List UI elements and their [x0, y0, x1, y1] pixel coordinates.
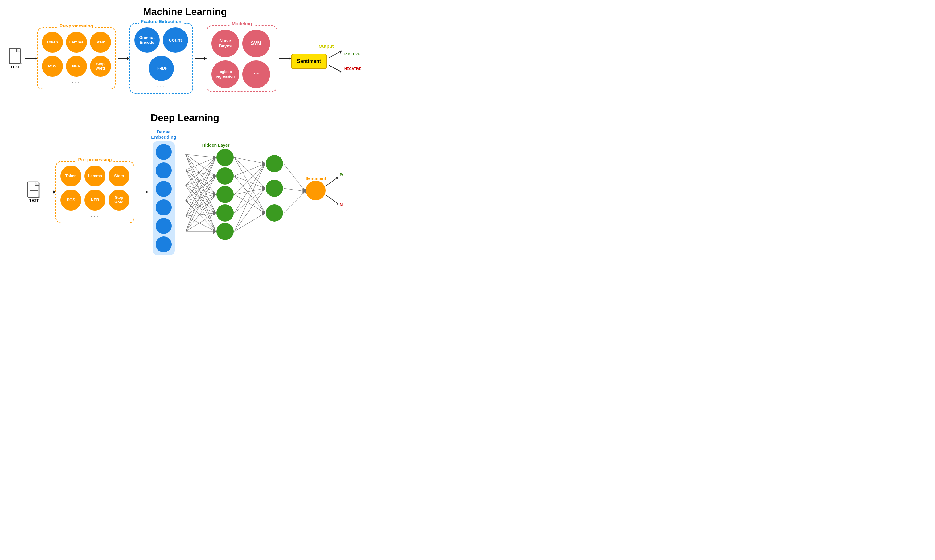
svg-line-75	[234, 157, 265, 164]
ml-section: Machine Learning TEXT	[3, 6, 367, 94]
svg-line-31	[186, 170, 216, 213]
pos-arrow-icon	[329, 49, 344, 58]
svg-line-83	[234, 176, 265, 188]
embed-circle-6	[156, 236, 172, 252]
ml-feat-dots: ···	[134, 83, 188, 90]
svg-point-115	[216, 223, 234, 240]
dl-title: Deep Learning	[3, 112, 367, 124]
positive-label: POSITIVE	[344, 52, 360, 56]
embed-circle-3	[156, 181, 172, 197]
svg-line-43	[186, 185, 216, 231]
dl-embed-col: DenseEmbedding	[151, 129, 176, 255]
document-icon	[9, 48, 22, 65]
node-stopword: Stopword	[90, 56, 111, 77]
main-container: Machine Learning TEXT	[0, 0, 370, 261]
dl-arrow-preproc-to-embed	[136, 192, 146, 192]
node-tfidf-wrap: TF-IDF	[134, 56, 188, 81]
arrow-model-to-output	[279, 58, 289, 59]
node-svm: SVM	[242, 29, 270, 57]
arrow-feat-to-model	[195, 58, 205, 59]
dl-preproc-grid: Token Lemma Stem POS NER Stopword	[60, 166, 129, 211]
ml-feature-label: Feature Extraction	[139, 19, 183, 24]
ml-feature-grid: One-hotEncode Count TF-IDF	[134, 28, 188, 81]
dl-node-ner: NER	[85, 189, 105, 211]
arrow-text-to-preproc	[25, 58, 35, 59]
positive-row: POSITIVE	[329, 49, 360, 58]
dl-doc-wrap: TEXT	[27, 181, 41, 203]
node-count: Count	[163, 28, 188, 53]
svg-line-35	[186, 157, 216, 185]
dl-arrow-text-to-preproc	[44, 192, 54, 192]
node-ner: NER	[66, 56, 87, 77]
dl-node-lemma: Lemma	[85, 166, 105, 186]
arrow-preproc-to-feat	[118, 58, 128, 59]
dl-section: Deep Learning TEXT Pre-pro	[3, 112, 367, 255]
svg-line-103	[234, 213, 265, 231]
svg-line-107	[283, 188, 305, 191]
svg-line-99	[234, 164, 265, 231]
dl-embed-label: DenseEmbedding	[151, 129, 176, 140]
sentiment-label-text: Sentiment	[305, 176, 326, 181]
svg-line-77	[234, 157, 265, 188]
dl-node-stem: Stem	[108, 166, 129, 186]
node-stem: Stem	[90, 32, 111, 53]
embed-circle-4	[156, 199, 172, 215]
ml-modeling-label: Modeling	[230, 21, 254, 26]
svg-line-109	[283, 191, 305, 213]
svg-marker-123	[336, 202, 339, 205]
node-onehot: One-hotEncode	[134, 28, 160, 53]
node-tfidf: TF-IDF	[149, 56, 174, 81]
ml-output-row: Sentiment POSITIVE	[291, 49, 362, 73]
svg-marker-100	[263, 162, 265, 166]
node-lemma: Lemma	[66, 32, 87, 53]
dl-nn-wrap: Hidden Layer Sentiment	[182, 140, 343, 243]
dl-node-stopword: Stopword	[108, 189, 129, 211]
ml-output-wrap: Output Sentiment POSITIVE	[291, 43, 362, 73]
ml-diagram: TEXT Pre-processing Token Lemma Stem POS…	[3, 23, 367, 94]
svg-line-87	[234, 164, 265, 194]
dl-embed-bg	[152, 142, 175, 255]
node-dots-model: ···	[242, 60, 270, 88]
svg-line-15	[186, 154, 216, 157]
negative-row: NEGATIVE	[329, 64, 361, 73]
svg-line-79	[234, 157, 265, 213]
svg-line-120	[325, 177, 339, 186]
ml-modeling-box: Modeling NaiveBayes SVM logisticregressi…	[206, 25, 277, 92]
ml-sentiment-box: Sentiment	[291, 54, 327, 69]
ml-text-label: TEXT	[11, 65, 20, 69]
svg-point-119	[306, 181, 325, 200]
svg-point-113	[216, 186, 234, 203]
ml-sentiment-label: Sentiment	[297, 58, 321, 64]
hl-label-text: Hidden Layer	[202, 143, 230, 148]
ml-preprocessing-box: Pre-processing Token Lemma Stem POS NER …	[37, 28, 116, 89]
dl-document-icon	[27, 181, 41, 198]
svg-point-114	[216, 204, 234, 222]
svg-line-41	[186, 185, 216, 213]
svg-text:NEGATIVE: NEGATIVE	[340, 203, 343, 207]
embed-circle-1	[156, 144, 172, 160]
dl-node-pos: POS	[60, 189, 82, 211]
ml-preproc-dots: ···	[42, 78, 111, 86]
ml-doc-wrap: TEXT	[9, 48, 22, 69]
svg-point-111	[216, 149, 234, 166]
svg-line-105	[283, 164, 305, 191]
svg-line-101	[234, 188, 265, 231]
embed-circle-2	[156, 162, 172, 178]
svg-text:POSITIVE: POSITIVE	[340, 172, 343, 177]
ml-preproc-grid: Token Lemma Stem POS NER Stopword	[42, 32, 111, 77]
svg-line-67	[186, 176, 216, 231]
ml-title: Machine Learning	[3, 6, 367, 18]
neg-arrow-icon	[329, 64, 344, 73]
dl-preprocessing-box: Pre-processing Token Lemma Stem POS NER …	[55, 161, 134, 223]
dl-diagram: TEXT Pre-processing Token Lemma Stem POS…	[3, 129, 367, 255]
dl-nn-svg: Hidden Layer Sentiment	[182, 140, 343, 242]
svg-line-95	[234, 188, 265, 213]
node-token: Token	[42, 32, 63, 53]
node-pos: POS	[42, 56, 63, 77]
svg-line-89	[234, 188, 265, 194]
svg-point-118	[266, 204, 283, 222]
dl-preprocessing-label: Pre-processing	[77, 157, 114, 162]
ml-output-lines: POSITIVE NEGATIVE	[329, 49, 361, 73]
ml-feature-box: Feature Extraction One-hotEncode Count T…	[129, 23, 193, 94]
svg-marker-9	[339, 70, 342, 73]
